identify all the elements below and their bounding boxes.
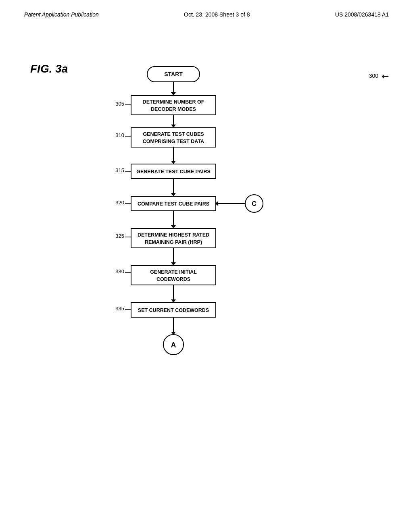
publication-label: Patent Application Publication xyxy=(24,11,99,18)
box-325-line1: DETERMINE HIGHEST RATED xyxy=(138,232,209,238)
label-320: 320 xyxy=(115,200,124,206)
svg-marker-24 xyxy=(171,262,176,266)
svg-marker-6 xyxy=(171,125,176,128)
box-335: SET CURRENT CODEWORDS xyxy=(138,308,209,313)
box-320: COMPARE TEST CUBE PAIRS xyxy=(138,201,209,207)
box-310-line2: COMPRISING TEST DATA xyxy=(143,139,204,144)
flowchart-diagram: START 305 DETERMINE NUMBER OF DECODER MO… xyxy=(85,62,286,486)
svg-marker-2 xyxy=(171,92,176,96)
header: Patent Application Publication Oct. 23, … xyxy=(0,0,413,18)
label-335: 335 xyxy=(115,305,124,312)
label-315: 315 xyxy=(115,167,124,173)
box-330-line2: CODEWORDS xyxy=(156,276,190,282)
label-325: 325 xyxy=(115,233,124,239)
svg-marker-14 xyxy=(171,193,176,196)
header-center: Oct. 23, 2008 Sheet 3 of 8 xyxy=(184,11,250,18)
label-330: 330 xyxy=(115,268,124,274)
connector-a-label: A xyxy=(171,341,176,349)
svg-marker-20 xyxy=(171,225,176,229)
svg-marker-28 xyxy=(171,299,176,303)
header-right: US 2008/0263418 A1 xyxy=(335,11,389,18)
header-left: Patent Application Publication xyxy=(24,11,99,18)
page: Patent Application Publication Oct. 23, … xyxy=(0,0,413,532)
box-305-line1: DETERMINE NUMBER OF xyxy=(143,99,204,105)
start-label: START xyxy=(164,71,183,77)
box-310-line1: GENERATE TEST CUBES xyxy=(143,131,204,137)
figure-label: FIG. 3a xyxy=(30,62,68,75)
ref-number-300: 300 ↙ xyxy=(369,72,389,79)
connector-c-label: C xyxy=(252,200,257,207)
box-305-line2: DECODER MODES xyxy=(151,106,196,112)
ref-arrow: ↙ xyxy=(380,71,391,82)
box-315: GENERATE TEST CUBE PAIRS xyxy=(136,169,211,175)
label-310: 310 xyxy=(115,132,124,138)
box-330-line1: GENERATE INITIAL xyxy=(150,269,197,275)
label-305: 305 xyxy=(115,101,124,107)
box-325-line2: REMAINING PAIR (HRP) xyxy=(145,239,202,245)
svg-marker-10 xyxy=(171,161,176,164)
